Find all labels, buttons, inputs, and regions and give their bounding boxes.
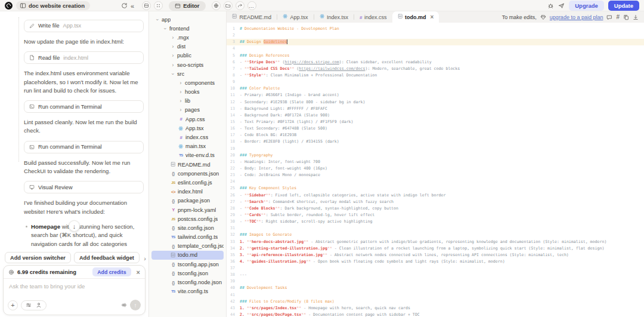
tree-file-main.tsx[interactable]: main.tsx: [151, 142, 224, 151]
tree-file-App.tsx[interactable]: App.tsx: [151, 124, 224, 133]
tree-file-README.md[interactable]: README.md: [151, 160, 224, 169]
code-line: 3## Design Guidelines: [227, 39, 644, 45]
panel-split-icon[interactable]: [142, 1, 151, 10]
folder-icon[interactable]: [224, 1, 233, 10]
code-line: 431. **src/pages/Index.tsx** - Homepage …: [227, 305, 644, 312]
tree-folder-dist[interactable]: ›dist: [151, 42, 224, 51]
editor-tab-Index.tsx[interactable]: Index.tsx: [314, 11, 354, 23]
credits-icon: [8, 269, 14, 275]
add-attachment-button[interactable]: +: [8, 300, 18, 310]
chevron-right-icon[interactable]: ›: [178, 89, 184, 95]
tree-file-tsconfig.app.json[interactable]: {}tsconfig.app.json: [151, 260, 224, 269]
chevron-right-icon[interactable]: ›: [170, 35, 176, 41]
share-icon[interactable]: [236, 1, 244, 10]
upgrade-button[interactable]: Upgrade: [569, 1, 604, 11]
line-number: 17: [227, 132, 240, 139]
suggestion-chip[interactable]: Add feedback widget: [74, 252, 140, 263]
tree-file-site.config.json[interactable]: {}site.config.json: [151, 223, 224, 232]
tree-folder-lib[interactable]: ›lib: [151, 97, 224, 106]
tree-item-label: pnpm-lock.yaml: [178, 207, 216, 213]
tree-folder-pages[interactable]: ›pages: [151, 106, 224, 115]
suggestion-chip[interactable]: Add version switcher: [5, 252, 71, 263]
tree-folder-public[interactable]: ›public: [151, 51, 224, 60]
code-editor[interactable]: 1# Documentation Website - Development P…: [227, 23, 644, 317]
tree-file-pnpm-lock.yaml[interactable]: Ypnpm-lock.yaml: [151, 205, 224, 214]
app-logo-icon[interactable]: [5, 2, 13, 10]
bug-report-icon[interactable]: [547, 2, 554, 9]
tree-folder-.mgx[interactable]: ›.mgx: [151, 33, 224, 42]
chevron-down-icon[interactable]: ›: [162, 26, 168, 32]
action-card[interactable]: Visual Review: [24, 181, 144, 193]
tree-file-postcss.config.js[interactable]: JSpostcss.config.js: [151, 214, 224, 223]
tree-folder-src[interactable]: ›src: [151, 69, 224, 78]
action-card[interactable]: Read fileindex.html: [24, 51, 144, 64]
tree-file-vite-env.d.ts[interactable]: TSvite-env.d.ts: [151, 151, 224, 160]
tree-file-tsconfig.node.json[interactable]: {}tsconfig.node.json: [151, 278, 224, 287]
chevron-right-icon[interactable]: ›: [170, 62, 176, 68]
chips-scroll-right-icon[interactable]: ›: [143, 255, 147, 262]
action-card[interactable]: Run command in Terminal: [24, 100, 144, 113]
chevron-down-icon[interactable]: ›: [154, 17, 160, 23]
tree-file-eslint.config.js[interactable]: JSeslint.config.js: [151, 178, 224, 187]
chat-input[interactable]: Ask the team to bring your ide: [4, 279, 145, 300]
tree-file-index.css[interactable]: #index.css: [151, 133, 224, 141]
editor-tab-README.md[interactable]: README.md: [227, 11, 277, 23]
close-credits-icon[interactable]: ×: [137, 269, 140, 276]
tree-file-index.html[interactable]: <>index.html: [151, 187, 224, 196]
copy-icon[interactable]: [623, 14, 629, 20]
close-tab-icon[interactable]: ×: [431, 14, 434, 20]
editor-tab-index.css[interactable]: #index.css: [354, 11, 392, 23]
mode-selector[interactable]: [21, 300, 47, 310]
feedback-icon[interactable]: [558, 2, 565, 9]
tree-file-components.json[interactable]: {}components.json: [151, 169, 224, 178]
chevron-right-icon[interactable]: ›: [178, 107, 184, 113]
more-icon[interactable]: …: [247, 1, 256, 10]
chevron-right-icon[interactable]: ›: [178, 98, 184, 104]
tree-folder-components[interactable]: ›components: [151, 78, 224, 87]
sidebar-toggle-icon[interactable]: [20, 2, 26, 9]
tree-file-tsconfig.json[interactable]: {}tsconfig.json: [151, 269, 224, 278]
history-icon[interactable]: [121, 2, 128, 9]
comment-icon[interactable]: [606, 14, 612, 20]
tree-file-package.json[interactable]: {}package.json: [151, 196, 224, 205]
grid-icon[interactable]: [154, 1, 163, 10]
agent-icon[interactable]: [36, 302, 42, 308]
chevron-right-icon[interactable]: ›: [178, 80, 184, 86]
chevron-down-icon[interactable]: ›: [170, 71, 176, 77]
tree-folder-frontend[interactable]: ›frontend: [151, 24, 224, 33]
tree-file-App.css[interactable]: #App.css: [151, 115, 224, 124]
scroll-to-bottom-button[interactable]: ↓: [69, 220, 80, 232]
line-number: 20: [227, 152, 240, 159]
editor-mode-toggle[interactable]: Editor: [169, 1, 205, 11]
chevron-right-icon[interactable]: ›: [170, 44, 176, 50]
chevron-right-icon[interactable]: ›: [170, 53, 176, 59]
code-line: 26- **Sidebar**: Fixed left, collapsible…: [227, 192, 644, 199]
gem-icon: [540, 14, 546, 20]
action-card[interactable]: Write fileApp.tsx: [24, 20, 144, 32]
download-icon[interactable]: [633, 14, 639, 20]
tree-folder-seo-scripts[interactable]: ›seo-scripts: [151, 60, 224, 69]
tree-folder-hooks[interactable]: ›hooks: [151, 88, 224, 97]
code-line: 2: [227, 32, 644, 39]
voice-input-icon[interactable]: [121, 302, 127, 308]
action-card[interactable]: Run command in Terminal: [24, 141, 144, 153]
add-credits-button[interactable]: Add credits: [92, 267, 131, 276]
editor-tab-todo.md[interactable]: todo.md×: [392, 11, 439, 23]
line-number: 19: [227, 146, 240, 152]
upgrade-link[interactable]: upgrade to a paid plan: [550, 14, 603, 20]
action-label: Read file: [38, 54, 60, 62]
tree-file-vite.config.ts[interactable]: TSvite.config.ts: [151, 287, 224, 296]
project-title-pill[interactable]: doc website creation: [16, 1, 90, 10]
tree-file-todo.md[interactable]: todo.md: [151, 251, 224, 260]
hash-icon[interactable]: #: [616, 14, 620, 20]
send-button[interactable]: ↑: [130, 300, 141, 310]
code-line: 13- Background Light: #FFFFFF / #F8FAFC: [227, 106, 644, 112]
update-button[interactable]: Update: [608, 1, 639, 11]
tree-folder-app[interactable]: ›app: [151, 15, 224, 24]
settings-sliders-icon[interactable]: [26, 302, 32, 308]
editor-tab-App.tsx[interactable]: App.tsx: [277, 11, 314, 23]
tree-file-template_config.json[interactable]: {}template_config.json: [151, 242, 224, 251]
tree-file-tailwind.config.ts[interactable]: TStailwind.config.ts: [151, 233, 224, 242]
collapse-left-icon[interactable]: «: [131, 2, 134, 10]
globe-icon[interactable]: [212, 1, 221, 10]
